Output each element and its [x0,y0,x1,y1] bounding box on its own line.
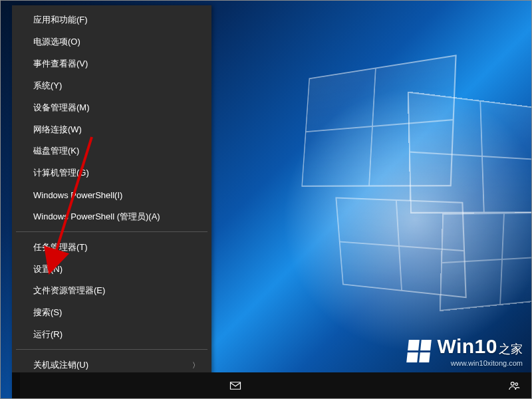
watermark-url: www.win10xitong.com [437,359,523,367]
menu-file-explorer[interactable]: 文件资源管理器(E) [12,280,211,302]
wallpaper-pane [440,212,532,311]
people-icon [508,380,520,392]
menu-run[interactable]: 运行(R) [12,324,211,346]
menu-item-label: 系统(Y) [33,80,62,92]
start-button[interactable] [12,372,20,399]
mail-icon [229,380,241,392]
menu-item-label: 计算机管理(G) [33,167,89,179]
taskbar-people-icon[interactable] [500,372,528,399]
menu-separator [16,349,207,350]
menu-device-manager[interactable]: 设备管理器(M) [12,96,211,118]
menu-item-label: 网络连接(W) [33,124,82,136]
menu-item-label: Windows PowerShell (管理员)(A) [33,211,160,223]
svg-point-0 [511,382,514,386]
winx-menu: 应用和功能(F)电源选项(O)事件查看器(V)系统(Y)设备管理器(M)网络连接… [12,5,211,398]
menu-item-label: 任务管理器(T) [33,241,88,253]
menu-item-label: 事件查看器(V) [33,58,88,70]
menu-item-label: 设置(N) [33,263,63,275]
svg-point-1 [515,383,518,386]
menu-computer-management[interactable]: 计算机管理(G) [12,162,211,184]
watermark: Win10之家 www.win10xitong.com [408,335,523,367]
menu-apps-features[interactable]: 应用和功能(F) [12,9,211,31]
menu-item-label: 磁盘管理(K) [33,145,79,157]
watermark-brand: Win10 [437,335,497,357]
menu-power-options[interactable]: 电源选项(O) [12,31,211,53]
menu-search[interactable]: 搜索(S) [12,302,211,324]
menu-item-label: 设备管理器(M) [33,102,90,114]
menu-item-label: 文件资源管理器(E) [33,285,105,297]
windows-logo-icon [407,340,432,362]
menu-network-connections[interactable]: 网络连接(W) [12,118,211,140]
menu-powershell-admin[interactable]: Windows PowerShell (管理员)(A) [12,205,211,227]
taskbar-mail-icon[interactable] [219,372,251,399]
menu-event-viewer[interactable]: 事件查看器(V) [12,53,211,75]
menu-settings[interactable]: 设置(N) [12,258,211,280]
menu-item-label: 电源选项(O) [33,36,80,48]
menu-separator [16,231,207,232]
watermark-suffix: 之家 [499,342,523,356]
menu-item-label: 搜索(S) [33,307,62,319]
menu-disk-management[interactable]: 磁盘管理(K) [12,140,211,162]
menu-powershell[interactable]: Windows PowerShell(I) [12,184,211,206]
menu-system[interactable]: 系统(Y) [12,74,211,96]
chevron-right-icon: 〉 [192,360,200,370]
menu-task-manager[interactable]: 任务管理器(T) [12,236,211,258]
taskbar [12,372,532,399]
wallpaper-pane [408,91,532,213]
menu-item-label: 应用和功能(F) [33,14,88,26]
menu-item-label: Windows PowerShell(I) [33,190,122,200]
menu-item-label: 运行(R) [33,329,63,340]
menu-item-label: 关机或注销(U) [33,359,88,371]
